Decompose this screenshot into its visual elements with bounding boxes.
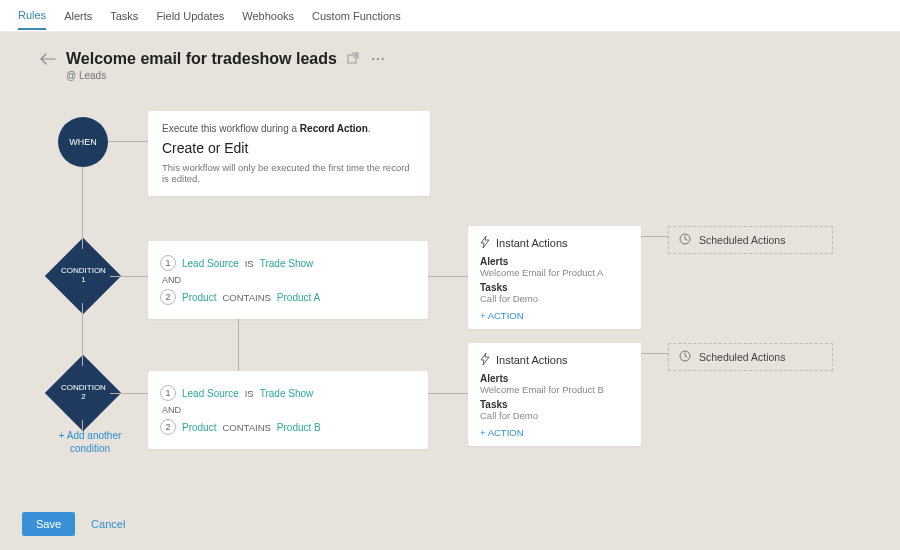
tab-field-updates[interactable]: Field Updates (156, 2, 224, 29)
instant-actions-title: Instant Actions (496, 237, 568, 249)
row-number-icon: 1 (160, 255, 176, 271)
criteria-value[interactable]: Product A (277, 292, 320, 303)
criteria-op: CONTAINS (222, 422, 270, 433)
criteria-op: IS (245, 388, 254, 399)
criteria-value[interactable]: Trade Show (260, 388, 314, 399)
condition-label: CONDITION (61, 383, 106, 392)
alert-name[interactable]: Welcome Email for Product A (480, 267, 629, 278)
page-header: Welcome email for tradeshow leads ⋯ (0, 32, 900, 68)
condition-label: CONDITION (61, 266, 106, 275)
connector (110, 393, 148, 394)
connector (640, 236, 668, 237)
tab-alerts[interactable]: Alerts (64, 2, 92, 29)
condition-card-1[interactable]: 1 Lead Source IS Trade Show AND 2 Produc… (148, 241, 428, 319)
connector (640, 353, 668, 354)
save-button[interactable]: Save (22, 512, 75, 536)
workflow-title: Welcome email for tradeshow leads (66, 50, 337, 68)
instant-actions-card-1[interactable]: Instant Actions Alerts Welcome Email for… (468, 226, 641, 329)
cancel-button[interactable]: Cancel (91, 518, 125, 530)
when-node-label: WHEN (69, 137, 97, 147)
when-lead: Execute this workflow during a Record Ac… (162, 123, 416, 134)
boolean-and: AND (162, 275, 416, 285)
when-lead-pre: Execute this workflow during a (162, 123, 300, 134)
add-action-button[interactable]: + ACTION (480, 427, 629, 438)
when-note: This workflow will only be executed the … (162, 162, 416, 184)
instant-actions-card-2[interactable]: Instant Actions Alerts Welcome Email for… (468, 343, 641, 446)
scheduled-actions-card-2[interactable]: Scheduled Actions (668, 343, 833, 371)
add-action-button[interactable]: + ACTION (480, 310, 629, 321)
criteria-op: CONTAINS (222, 292, 270, 303)
boolean-and: AND (162, 405, 416, 415)
tab-custom-functions[interactable]: Custom Functions (312, 2, 401, 29)
connector (110, 276, 148, 277)
module-name: Leads (79, 70, 106, 81)
tab-webhooks[interactable]: Webhooks (242, 2, 294, 29)
tab-rules[interactable]: Rules (18, 1, 46, 30)
instant-actions-header: Instant Actions (480, 353, 629, 367)
back-arrow-icon[interactable] (40, 53, 56, 65)
tasks-label: Tasks (480, 282, 629, 293)
condition-row: 1 Lead Source IS Trade Show (160, 255, 416, 271)
connector (82, 420, 83, 430)
top-tabs: Rules Alerts Tasks Field Updates Webhook… (0, 0, 900, 32)
popout-icon[interactable] (347, 52, 359, 67)
scheduled-actions-card-1[interactable]: Scheduled Actions (668, 226, 833, 254)
row-number-icon: 2 (160, 289, 176, 305)
connector (428, 393, 468, 394)
condition-row: 2 Product CONTAINS Product B (160, 419, 416, 435)
tab-tasks[interactable]: Tasks (110, 2, 138, 29)
add-condition-button[interactable]: + Add another condition (50, 429, 130, 455)
workflow-canvas: WHEN CONDITION1 CONDITION2 + Add another… (0, 81, 900, 501)
criteria-field[interactable]: Product (182, 292, 216, 303)
clock-icon (679, 350, 691, 364)
more-icon[interactable]: ⋯ (371, 51, 385, 67)
when-lead-post: . (368, 123, 371, 134)
task-name[interactable]: Call for Demo (480, 293, 629, 304)
lightning-icon (480, 353, 490, 367)
condition-card-2[interactable]: 1 Lead Source IS Trade Show AND 2 Produc… (148, 371, 428, 449)
alerts-label: Alerts (480, 373, 629, 384)
criteria-field[interactable]: Lead Source (182, 258, 239, 269)
criteria-value[interactable]: Product B (277, 422, 321, 433)
module-prefix: @ (66, 70, 76, 81)
task-name[interactable]: Call for Demo (480, 410, 629, 421)
criteria-value[interactable]: Trade Show (260, 258, 314, 269)
connector (108, 141, 148, 142)
lightning-icon (480, 236, 490, 250)
when-lead-bold: Record Action (300, 123, 368, 134)
instant-actions-title: Instant Actions (496, 354, 568, 366)
criteria-field[interactable]: Product (182, 422, 216, 433)
clock-icon (679, 233, 691, 247)
when-trigger-card[interactable]: Execute this workflow during a Record Ac… (148, 111, 430, 196)
scheduled-actions-title: Scheduled Actions (699, 351, 785, 363)
alerts-label: Alerts (480, 256, 629, 267)
row-number-icon: 1 (160, 385, 176, 401)
criteria-op: IS (245, 258, 254, 269)
condition-row: 2 Product CONTAINS Product A (160, 289, 416, 305)
when-mode: Create or Edit (162, 140, 416, 156)
instant-actions-header: Instant Actions (480, 236, 629, 250)
alert-name[interactable]: Welcome Email for Product B (480, 384, 629, 395)
row-number-icon: 2 (160, 419, 176, 435)
connector (428, 276, 468, 277)
criteria-field[interactable]: Lead Source (182, 388, 239, 399)
connector (82, 303, 83, 366)
connector (82, 167, 83, 249)
footer-bar: Save Cancel (0, 502, 900, 550)
module-breadcrumb: @ Leads (0, 68, 900, 81)
tasks-label: Tasks (480, 399, 629, 410)
scheduled-actions-title: Scheduled Actions (699, 234, 785, 246)
when-node[interactable]: WHEN (58, 117, 108, 167)
condition-row: 1 Lead Source IS Trade Show (160, 385, 416, 401)
